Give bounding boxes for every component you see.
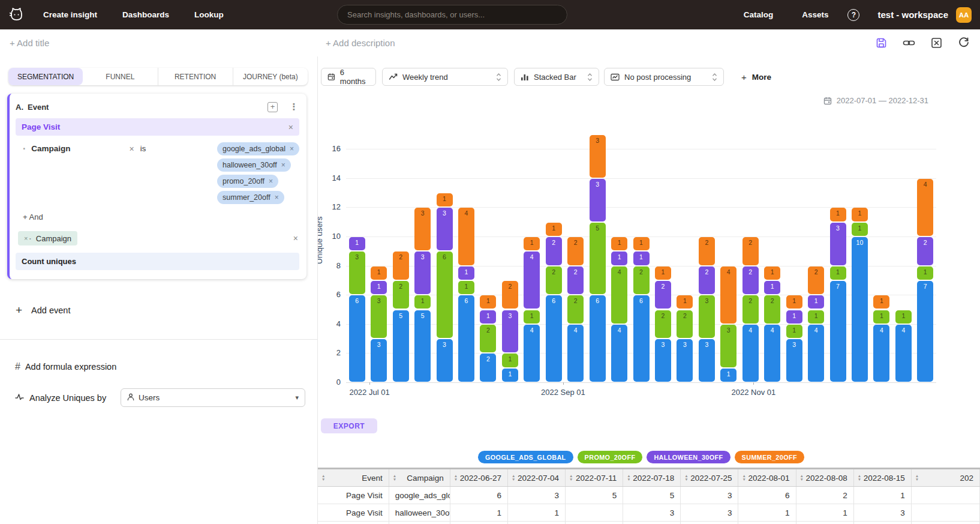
bar-segment[interactable]: 2 — [699, 267, 715, 295]
remove-event-icon[interactable]: × — [288, 122, 293, 132]
bar-segment[interactable]: 3 — [830, 223, 846, 265]
legend-pill[interactable]: SUMMER_20OFF — [735, 451, 804, 463]
save-icon[interactable] — [874, 36, 888, 49]
bar-segment[interactable]: 2 — [808, 267, 824, 295]
bar-segment[interactable]: 1 — [830, 208, 846, 221]
help-icon[interactable]: ? — [847, 9, 859, 21]
bar-segment[interactable]: 3 — [371, 295, 387, 338]
bar-segment[interactable]: 4 — [917, 179, 933, 236]
bar-segment[interactable]: 2 — [567, 267, 584, 295]
bar-segment[interactable]: 1 — [480, 310, 496, 324]
bar-segment[interactable]: 4 — [524, 325, 540, 382]
bar-segment[interactable]: 1 — [633, 251, 650, 265]
search-input[interactable] — [337, 5, 567, 25]
chart-type-select[interactable]: Stacked Bar — [514, 68, 599, 86]
event-menu-icon[interactable]: ⋮ — [288, 101, 299, 112]
bar-segment[interactable]: 6 — [437, 251, 453, 338]
legend-pill[interactable]: HALLOWEEN_30OFF — [647, 451, 730, 463]
aggregation-selector[interactable]: Count uniques — [16, 253, 299, 270]
refresh-icon[interactable] — [957, 36, 970, 49]
bar-segment[interactable]: 6 — [633, 295, 650, 382]
bar-segment[interactable]: 2 — [546, 267, 562, 295]
add-description-field[interactable]: + Add description — [326, 38, 395, 48]
bar-segment[interactable]: 4 — [764, 325, 780, 382]
bar-segment[interactable]: 1 — [414, 295, 431, 309]
bar-segment[interactable]: 2 — [393, 251, 409, 280]
remove-value-icon[interactable]: × — [290, 142, 294, 155]
bar-segment[interactable]: 2 — [742, 295, 759, 324]
bar-segment[interactable]: 2 — [633, 267, 650, 295]
bar-segment[interactable]: 1 — [371, 267, 387, 280]
avatar[interactable]: AA — [956, 7, 972, 23]
nav-assets[interactable]: Assets — [802, 10, 828, 19]
remove-breakdown-icon[interactable]: × — [24, 235, 28, 242]
bar-segment[interactable]: 5 — [393, 310, 409, 382]
clear-breakdown-icon[interactable]: × — [293, 233, 298, 243]
bar-segment[interactable]: 6 — [546, 295, 562, 382]
nav-create-insight[interactable]: Create insight — [43, 10, 97, 19]
bar-segment[interactable]: 1 — [633, 237, 650, 250]
sort-icon[interactable]: ▲▼ — [512, 474, 515, 481]
add-filter-icon[interactable]: + — [267, 102, 278, 112]
bar-segment[interactable]: 2 — [699, 237, 715, 265]
column-header[interactable]: ▲▼2022-08-08 — [796, 469, 853, 487]
column-header[interactable]: ▲▼2022-08-01 — [738, 469, 796, 487]
tab-segmentation[interactable]: SEGMENTATION — [8, 68, 83, 85]
remove-filter-icon[interactable]: × — [130, 142, 134, 155]
add-event-button[interactable]: + Add event — [16, 304, 317, 317]
bar-segment[interactable]: 2 — [480, 325, 496, 353]
bar-segment[interactable]: 1 — [720, 369, 736, 382]
table-row[interactable]: Page Visitgoogle_ads_global63553621 — [318, 487, 980, 504]
bar-segment[interactable]: 1 — [677, 295, 693, 309]
bar-segment[interactable]: 1 — [808, 310, 824, 324]
bar-segment[interactable]: 3 — [590, 179, 606, 221]
column-header[interactable]: ▲▼Campaign — [389, 469, 450, 487]
sort-icon[interactable]: ▲▼ — [321, 474, 325, 481]
column-header[interactable]: ▲▼2022-07-11 — [566, 469, 623, 487]
bar-segment[interactable]: 1 — [852, 223, 868, 236]
column-header[interactable]: ▲▼2022-06-27 — [450, 469, 507, 487]
bar-segment[interactable]: 1 — [546, 223, 562, 236]
analyze-by-select[interactable]: Users ▾ — [121, 388, 305, 407]
bar-segment[interactable]: 7 — [917, 281, 933, 382]
bar-segment[interactable]: 2 — [917, 237, 933, 265]
bar-segment[interactable]: 2 — [567, 295, 584, 324]
filter-operator[interactable]: is — [140, 142, 146, 155]
column-header[interactable]: ▲▼Event — [318, 469, 389, 487]
bar-segment[interactable]: 3 — [437, 339, 453, 382]
bar-segment[interactable]: 4 — [611, 325, 627, 382]
bar-segment[interactable]: 1 — [524, 310, 540, 324]
event-selector[interactable]: Page Visit × — [16, 118, 299, 136]
bar-segment[interactable]: 2 — [567, 237, 584, 265]
logo-cat-icon[interactable] — [8, 6, 26, 24]
remove-value-icon[interactable]: × — [281, 158, 285, 172]
close-box-icon[interactable] — [930, 36, 943, 49]
bar-segment[interactable]: 4 — [742, 325, 759, 382]
bar-segment[interactable]: 1 — [458, 281, 474, 294]
bar-segment[interactable]: 4 — [524, 251, 540, 309]
nav-lookup[interactable]: Lookup — [194, 10, 224, 19]
tab-funnel[interactable]: FUNNEL — [83, 68, 157, 85]
bar-segment[interactable]: 4 — [567, 325, 584, 382]
bar-segment[interactable]: 1 — [873, 310, 889, 324]
bar-segment[interactable]: 1 — [764, 281, 780, 294]
breakdown-chip[interactable]: × · Campaign — [18, 231, 77, 245]
bar-segment[interactable]: 3 — [414, 208, 431, 250]
table-row[interactable]: Page Visithalloween_30off1133113 — [318, 504, 980, 522]
bar-segment[interactable]: 4 — [895, 325, 912, 382]
filter-value-chip[interactable]: summer_20off× — [217, 191, 284, 204]
bar-segment[interactable]: 1 — [764, 267, 780, 280]
nav-dashboards[interactable]: Dashboards — [122, 10, 169, 19]
bar-segment[interactable]: 5 — [590, 223, 606, 295]
bar-segment[interactable]: 4 — [458, 208, 474, 265]
bar-segment[interactable]: 4 — [720, 267, 736, 324]
bar-segment[interactable]: 2 — [502, 281, 518, 309]
bar-segment[interactable]: 3 — [349, 251, 365, 294]
bar-segment[interactable]: 3 — [371, 339, 387, 382]
column-header[interactable]: ▲▼2022-07-18 — [623, 469, 681, 487]
add-title-field[interactable]: + Add title — [10, 38, 49, 48]
tab-journey[interactable]: JOURNEY (beta) — [233, 68, 308, 85]
sort-icon[interactable]: ▲▼ — [800, 474, 804, 481]
bar-segment[interactable]: 1 — [502, 354, 518, 367]
column-header[interactable]: ▲▼2022-07-04 — [507, 469, 565, 487]
